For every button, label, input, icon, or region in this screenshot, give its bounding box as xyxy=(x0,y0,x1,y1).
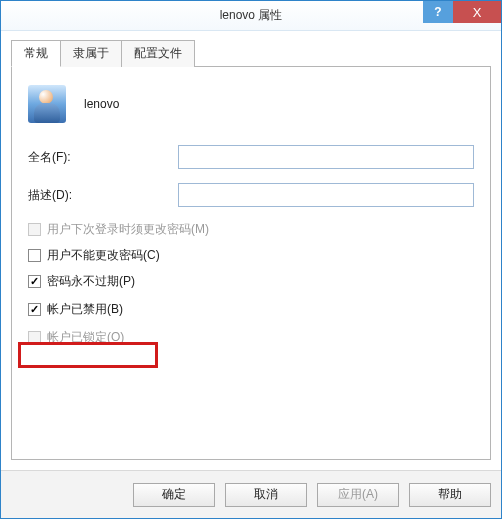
apply-button: 应用(A) xyxy=(317,483,399,507)
properties-dialog: lenovo 属性 ? X 常规 隶属于 配置文件 lenovo 全名(F): … xyxy=(0,0,502,519)
cancel-button[interactable]: 取消 xyxy=(225,483,307,507)
cannot-change-password-row[interactable]: 用户不能更改密码(C) xyxy=(28,247,474,264)
tab-panel-general: lenovo 全名(F): 描述(D): 用户下次登录时须更改密码(M) 用户不… xyxy=(11,66,491,460)
account-disabled-checkbox[interactable] xyxy=(28,303,41,316)
fullname-input[interactable] xyxy=(178,145,474,169)
user-header: lenovo xyxy=(28,85,474,123)
must-change-password-checkbox xyxy=(28,223,41,236)
description-row: 描述(D): xyxy=(28,183,474,207)
description-label: 描述(D): xyxy=(28,187,178,204)
tab-profile[interactable]: 配置文件 xyxy=(121,40,195,67)
help-button[interactable]: 帮助 xyxy=(409,483,491,507)
account-locked-row: 帐户已锁定(O) xyxy=(28,329,474,346)
description-input[interactable] xyxy=(178,183,474,207)
titlebar-buttons: ? X xyxy=(423,1,501,23)
options-group: 用户下次登录时须更改密码(M) 用户不能更改密码(C) 密码永不过期(P) 帐户… xyxy=(28,221,474,346)
tabstrip: 常规 隶属于 配置文件 xyxy=(11,39,491,66)
must-change-password-label: 用户下次登录时须更改密码(M) xyxy=(47,221,209,238)
ok-button[interactable]: 确定 xyxy=(133,483,215,507)
close-icon[interactable]: X xyxy=(453,1,501,23)
dialog-footer: 确定 取消 应用(A) 帮助 xyxy=(1,470,501,518)
password-never-expires-row[interactable]: 密码永不过期(P) xyxy=(28,273,474,290)
password-never-expires-checkbox[interactable] xyxy=(28,275,41,288)
cannot-change-password-checkbox[interactable] xyxy=(28,249,41,262)
account-locked-label: 帐户已锁定(O) xyxy=(47,329,124,346)
client-area: 常规 隶属于 配置文件 lenovo 全名(F): 描述(D): 用户下次登录时… xyxy=(1,31,501,470)
password-never-expires-label: 密码永不过期(P) xyxy=(47,273,135,290)
fullname-row: 全名(F): xyxy=(28,145,474,169)
account-disabled-row[interactable]: 帐户已禁用(B) xyxy=(28,299,474,320)
help-icon[interactable]: ? xyxy=(423,1,453,23)
account-locked-checkbox xyxy=(28,331,41,344)
cannot-change-password-label: 用户不能更改密码(C) xyxy=(47,247,160,264)
tab-member-of[interactable]: 隶属于 xyxy=(60,40,122,67)
titlebar: lenovo 属性 ? X xyxy=(1,1,501,31)
user-icon xyxy=(28,85,66,123)
tab-general[interactable]: 常规 xyxy=(11,40,61,67)
fullname-label: 全名(F): xyxy=(28,149,178,166)
must-change-password-row: 用户下次登录时须更改密码(M) xyxy=(28,221,474,238)
user-name-label: lenovo xyxy=(84,97,119,111)
account-disabled-label: 帐户已禁用(B) xyxy=(47,301,123,318)
